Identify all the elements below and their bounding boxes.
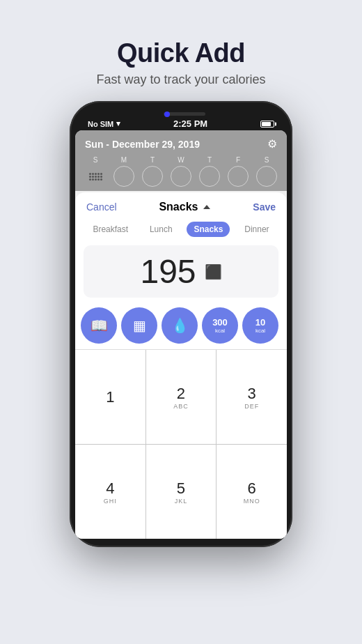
day-circle-wed bbox=[171, 166, 191, 187]
meal-tabs: Breakfast Lunch Snacks Dinner bbox=[75, 217, 287, 241]
page-title: Quick Add bbox=[96, 38, 265, 68]
numpad-key-4[interactable]: 4 GHI bbox=[75, 445, 145, 539]
date-row: Sun - December 29, 2019 ⚙ bbox=[85, 137, 277, 151]
dot bbox=[92, 173, 94, 175]
action-btn-barcode[interactable]: ▦ bbox=[121, 307, 157, 344]
settings-icon[interactable]: ⚙ bbox=[267, 137, 277, 151]
day-label-tue: T bbox=[150, 156, 155, 164]
day-circle-sat bbox=[256, 166, 277, 187]
quick-add-modal: Cancel Snacks Save Breakfast Lunch Snack… bbox=[75, 192, 287, 539]
action-btn-300kcal[interactable]: 300 kcal bbox=[202, 307, 238, 344]
numpad-key-3[interactable]: 3 DEF bbox=[217, 350, 287, 444]
water-icon: 💧 bbox=[171, 317, 189, 334]
tab-snacks[interactable]: Snacks bbox=[187, 222, 230, 237]
modal-title: Snacks bbox=[159, 201, 210, 213]
numpad-key-5[interactable]: 5 JKL bbox=[146, 445, 217, 539]
modal-title-text: Snacks bbox=[159, 201, 198, 213]
numpad-digit-1: 1 bbox=[106, 388, 114, 406]
numpad-letters-4: GHI bbox=[104, 498, 117, 505]
calorie-value: 195 bbox=[140, 252, 196, 291]
day-label-fri: F bbox=[236, 156, 240, 164]
day-item-tue[interactable]: T bbox=[142, 156, 163, 187]
kcal-300-label: kcal bbox=[215, 328, 225, 334]
dot bbox=[97, 173, 100, 175]
day-circle-fri bbox=[228, 166, 249, 187]
wifi-icon: ▾ bbox=[116, 119, 120, 128]
dot bbox=[89, 178, 91, 181]
day-item-sat[interactable]: S bbox=[256, 156, 277, 187]
dot bbox=[92, 178, 94, 181]
numpad-digit-4: 4 bbox=[106, 480, 114, 498]
day-circle-thu bbox=[199, 166, 220, 187]
numpad-key-1[interactable]: 1 bbox=[75, 350, 145, 444]
calorie-input-area[interactable]: 195 ⬛ bbox=[84, 245, 278, 298]
header-section: Quick Add Fast way to track your calorie… bbox=[96, 0, 265, 87]
numpad-letters-3: DEF bbox=[244, 403, 259, 410]
week-row: S bbox=[85, 156, 277, 187]
day-label-sat: S bbox=[265, 156, 269, 164]
cancel-button[interactable]: Cancel bbox=[86, 201, 117, 213]
status-right bbox=[260, 121, 274, 128]
dot bbox=[95, 178, 97, 181]
speaker-bar bbox=[164, 112, 205, 116]
dot bbox=[95, 176, 97, 178]
numpad-letters-6: MNO bbox=[244, 498, 260, 505]
dot bbox=[89, 176, 91, 178]
action-btn-100kcal[interactable]: 10 kcal bbox=[242, 307, 278, 344]
dot bbox=[97, 176, 100, 178]
day-circle-tue bbox=[142, 166, 163, 187]
dot bbox=[95, 173, 97, 175]
phone-shell: No SIM ▾ 2:25 PM Sun - December 29, 2019… bbox=[70, 101, 292, 547]
day-item-mon[interactable]: M bbox=[113, 156, 134, 187]
day-item-fri[interactable]: F bbox=[228, 156, 249, 187]
kcal-100-value: 10 bbox=[255, 317, 265, 328]
dot bbox=[100, 176, 102, 178]
action-btn-water[interactable]: 💧 bbox=[162, 307, 198, 344]
chevron-up-icon bbox=[203, 205, 210, 209]
day-label-mon: M bbox=[121, 156, 127, 164]
phone-screen: Sun - December 29, 2019 ⚙ S bbox=[75, 130, 287, 539]
dot bbox=[89, 173, 91, 175]
action-btn-book[interactable]: 📖 bbox=[81, 307, 117, 344]
calendar-date: Sun - December 29, 2019 bbox=[85, 139, 200, 150]
kcal-300-value: 300 bbox=[212, 317, 228, 328]
day-dot-grid bbox=[87, 171, 104, 183]
dot bbox=[92, 176, 94, 178]
numpad-digit-6: 6 bbox=[248, 480, 256, 498]
numpad: 1 2 ABC 3 DEF 4 GHI 5 JKL bbox=[75, 349, 287, 539]
numpad-key-2[interactable]: 2 ABC bbox=[146, 350, 217, 444]
day-item-thu[interactable]: T bbox=[199, 156, 220, 187]
day-label-thu: T bbox=[207, 156, 212, 164]
status-bar: No SIM ▾ 2:25 PM bbox=[75, 117, 287, 130]
day-label-wed: W bbox=[178, 156, 184, 164]
save-button[interactable]: Save bbox=[253, 201, 276, 213]
barcode-icon: ▦ bbox=[133, 317, 146, 334]
carrier-text: No SIM bbox=[88, 120, 113, 128]
numpad-digit-2: 2 bbox=[177, 385, 185, 403]
dot bbox=[97, 178, 100, 181]
copy-icon[interactable]: ⬛ bbox=[205, 263, 222, 280]
phone-top-bar bbox=[75, 109, 287, 117]
kcal-100-label: kcal bbox=[255, 328, 265, 334]
status-left: No SIM ▾ bbox=[88, 119, 120, 128]
action-buttons-row: 📖 ▦ 💧 300 kcal 10 kcal bbox=[75, 302, 287, 349]
numpad-digit-3: 3 bbox=[248, 385, 256, 403]
page-subtitle: Fast way to track your calories bbox=[96, 72, 265, 87]
day-label-sun: S bbox=[93, 156, 98, 164]
dot bbox=[100, 178, 102, 181]
status-time: 2:25 PM bbox=[173, 118, 207, 129]
day-circle-sun bbox=[85, 166, 106, 187]
day-item-sun[interactable]: S bbox=[85, 156, 106, 187]
numpad-key-6[interactable]: 6 MNO bbox=[217, 445, 287, 539]
battery-fill bbox=[262, 122, 271, 126]
modal-top: Cancel Snacks Save bbox=[75, 192, 287, 217]
battery-icon bbox=[260, 121, 274, 128]
numpad-letters-2: ABC bbox=[173, 403, 189, 410]
numpad-digit-5: 5 bbox=[177, 480, 185, 498]
calendar-header: Sun - December 29, 2019 ⚙ S bbox=[75, 130, 287, 191]
tab-dinner[interactable]: Dinner bbox=[237, 222, 276, 237]
day-item-wed[interactable]: W bbox=[171, 156, 191, 187]
tab-breakfast[interactable]: Breakfast bbox=[86, 222, 135, 237]
tab-lunch[interactable]: Lunch bbox=[143, 222, 180, 237]
book-icon: 📖 bbox=[90, 317, 108, 334]
